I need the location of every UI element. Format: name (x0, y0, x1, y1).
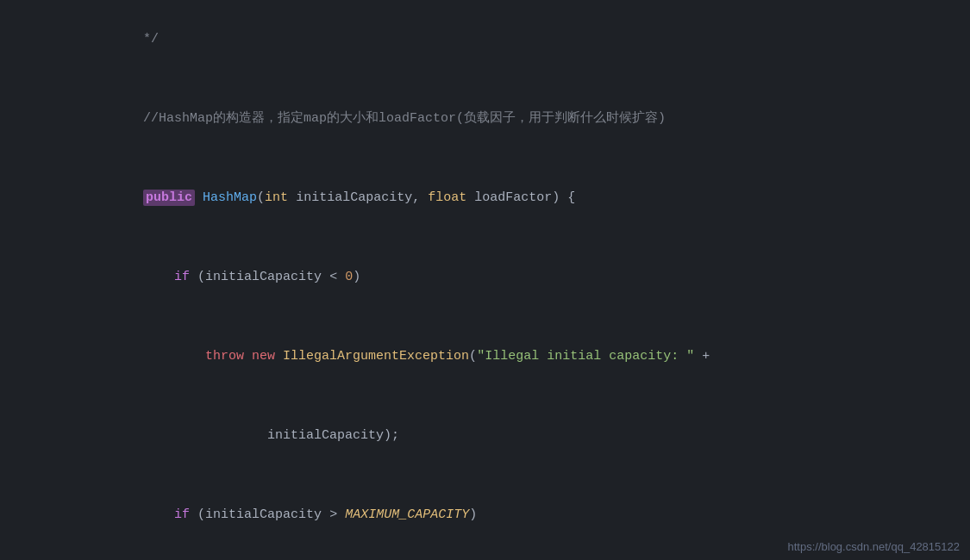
line-content-4: if (initialCapacity < 0) (43, 238, 970, 317)
code-area: */ //HashMap的构造器，指定map的大小和loadFactor(负载因… (0, 0, 970, 560)
line-content-8: initialCapacity = MAXIMUM_CAPACITY; (43, 555, 970, 560)
code-line-2: //HashMap的构造器，指定map的大小和loadFactor(负载因子，用… (0, 79, 970, 159)
line-content-5: throw new IllegalArgumentException("Ille… (43, 317, 970, 396)
watermark: https://blog.csdn.net/qq_42815122 (788, 540, 961, 553)
code-line-4: if (initialCapacity < 0) (0, 238, 970, 317)
line-content-2: //HashMap的构造器，指定map的大小和loadFactor(负载因子，用… (43, 79, 970, 159)
code-line-1: */ (0, 0, 970, 79)
line-content-3: public HashMap(int initialCapacity, floa… (43, 159, 970, 238)
line-content-6: initialCapacity); (43, 396, 970, 476)
code-line-5: throw new IllegalArgumentException("Ille… (0, 317, 970, 396)
editor-container: */ //HashMap的构造器，指定map的大小和loadFactor(负载因… (0, 0, 970, 560)
code-line-8: initialCapacity = MAXIMUM_CAPACITY; (0, 555, 970, 560)
line-content-1: */ (43, 0, 970, 79)
code-line-6: initialCapacity); (0, 396, 970, 476)
code-line-3: public HashMap(int initialCapacity, floa… (0, 159, 970, 238)
